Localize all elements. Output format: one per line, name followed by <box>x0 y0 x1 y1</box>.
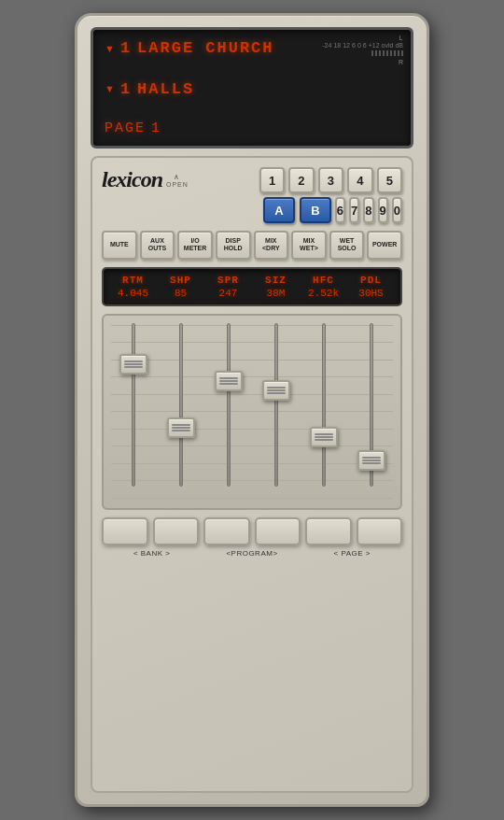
fader-5[interactable] <box>306 323 342 501</box>
param-shp-value: 85 <box>175 288 187 299</box>
num-btn-9[interactable]: 9 <box>378 197 388 223</box>
page-label-bottom: < PAGE > <box>302 549 402 558</box>
btn-wet-solo[interactable]: WET SOLO <box>329 231 365 260</box>
param-siz: SIZ 38M <box>254 275 298 299</box>
num-btn-1[interactable]: 1 <box>259 167 285 193</box>
line1-arrow: ▼ <box>105 43 115 54</box>
param-rtm-value: 4.045 <box>118 288 148 299</box>
num-btn-0[interactable]: 0 <box>392 197 402 223</box>
num-btn-6[interactable]: 6 <box>335 197 345 223</box>
fader-4[interactable] <box>259 323 294 501</box>
fader-4-track <box>274 323 278 487</box>
num-btn-8[interactable]: 8 <box>363 197 373 223</box>
fader-3[interactable] <box>211 323 246 501</box>
display-line-2: ▼ 1 HALLS <box>105 80 399 98</box>
level-label-db: dB <box>395 42 403 49</box>
open-label: ∧ OPEN <box>166 173 189 188</box>
param-hfc-value: 2.52k <box>308 288 339 299</box>
level-label-0: 0 <box>357 42 361 49</box>
func-buttons-row: MUTE AUX OUTS I/O METER DISP HOLD MIX <D… <box>102 231 402 260</box>
fader-6[interactable] <box>354 323 389 501</box>
level-label-12: 12 <box>343 42 350 49</box>
bottom-btn-4[interactable] <box>255 517 301 545</box>
fader-guide-lines <box>111 325 393 499</box>
param-display: RTM 4.045 SHP 85 SPR 247 SIZ 38M HFC 2.5… <box>102 267 402 306</box>
level-label-m24: -24 <box>322 42 331 49</box>
num-btn-2[interactable]: 2 <box>288 167 314 193</box>
bottom-btn-3[interactable] <box>203 517 250 545</box>
ab-buttons: A B <box>263 197 331 223</box>
logo-ab-row: A B 6 7 8 9 0 <box>259 197 402 223</box>
btn-mix-wet[interactable]: MIX WET> <box>291 231 327 260</box>
fader-1[interactable] <box>116 323 151 501</box>
line2-num: 1 <box>120 80 132 98</box>
fader-3-track <box>227 323 231 487</box>
display-page-line: PAGE 1 <box>105 120 399 136</box>
page-label: PAGE <box>105 120 146 136</box>
btn-b[interactable]: B <box>300 197 331 223</box>
line1-num: 1 <box>120 39 132 57</box>
param-hfc: HFC 2.52k <box>301 275 345 299</box>
fader-1-handle[interactable] <box>119 354 147 375</box>
fader-section <box>102 314 402 510</box>
param-pdl-label: PDL <box>360 275 382 286</box>
param-pdl: PDL 30HS <box>349 275 393 299</box>
device-body: L -24 18 12 6 0 6 +12 ovld dB <box>75 13 429 807</box>
r-label: R <box>399 59 403 65</box>
bottom-btn-5[interactable] <box>305 517 352 545</box>
param-pdl-value: 30HS <box>358 288 383 299</box>
btn-power[interactable]: POWER <box>367 231 402 260</box>
btn-a[interactable]: A <box>263 197 295 223</box>
bottom-buttons: < BANK > <PROGRAM> < PAGE > <box>102 517 402 558</box>
param-spr-value: 247 <box>219 288 238 299</box>
param-rtm-label: RTM <box>122 275 144 286</box>
bottom-btn-1[interactable] <box>102 517 148 545</box>
fader-2-handle[interactable] <box>167 417 195 438</box>
bank-label: < BANK > <box>102 549 202 558</box>
param-rtm: RTM 4.045 <box>111 275 155 299</box>
num-btn-4[interactable]: 4 <box>347 167 372 193</box>
level-label-ovld: ovld <box>382 42 394 49</box>
fader-5-track <box>322 323 326 487</box>
btn-mute[interactable]: MUTE <box>102 231 137 260</box>
program-label: <PROGRAM> <box>202 549 301 558</box>
bottom-labels: < BANK > <PROGRAM> < PAGE > <box>102 549 402 558</box>
logo-area: lexicon ∧ OPEN <box>102 167 189 192</box>
fader-4-handle[interactable] <box>262 380 290 401</box>
line2-arrow: ▼ <box>105 83 115 94</box>
param-shp-label: SHP <box>170 275 191 286</box>
fader-5-handle[interactable] <box>310 427 338 447</box>
btn-mix-dry[interactable]: MIX <DRY <box>254 231 289 260</box>
param-siz-label: SIZ <box>265 275 287 286</box>
level-label-18: 18 <box>333 42 341 49</box>
page-num: 1 <box>151 120 161 136</box>
fader-6-handle[interactable] <box>357 450 385 471</box>
param-hfc-label: HFC <box>313 275 334 286</box>
num-btn-7[interactable]: 7 <box>349 197 359 223</box>
main-panel: lexicon ∧ OPEN 1 2 3 4 5 A <box>91 156 413 793</box>
fader-2-track <box>179 323 183 487</box>
btn-aux-outs[interactable]: AUX OUTS <box>140 231 175 260</box>
fader-1-track <box>132 323 135 487</box>
level-label-6: 6 <box>352 42 356 49</box>
level-label-p6: 6 <box>363 42 367 49</box>
param-shp: SHP 85 <box>159 275 203 299</box>
num-btn-5[interactable]: 5 <box>377 167 402 193</box>
btn-disp-hold[interactable]: DISP HOLD <box>216 231 251 260</box>
param-spr: SPR 247 <box>206 275 250 299</box>
num-row-1: 1 2 3 4 5 <box>259 167 402 193</box>
bottom-btn-2[interactable] <box>153 517 200 545</box>
bottom-btn-6[interactable] <box>357 517 403 545</box>
param-siz-value: 38M <box>267 288 286 299</box>
fader-3-handle[interactable] <box>215 371 243 391</box>
line1-text: LARGE CHURCH <box>137 39 273 57</box>
display-section: L -24 18 12 6 0 6 +12 ovld dB <box>91 27 413 148</box>
bottom-btn-row <box>102 517 402 545</box>
param-spr-label: SPR <box>217 275 239 286</box>
fader-6-track <box>370 323 373 487</box>
fader-2[interactable] <box>163 323 199 501</box>
l-label: L <box>399 35 403 41</box>
btn-io-meter[interactable]: I/O METER <box>177 231 213 260</box>
num-btn-3[interactable]: 3 <box>318 167 343 193</box>
num-row-2: 6 7 8 9 0 <box>335 197 402 223</box>
